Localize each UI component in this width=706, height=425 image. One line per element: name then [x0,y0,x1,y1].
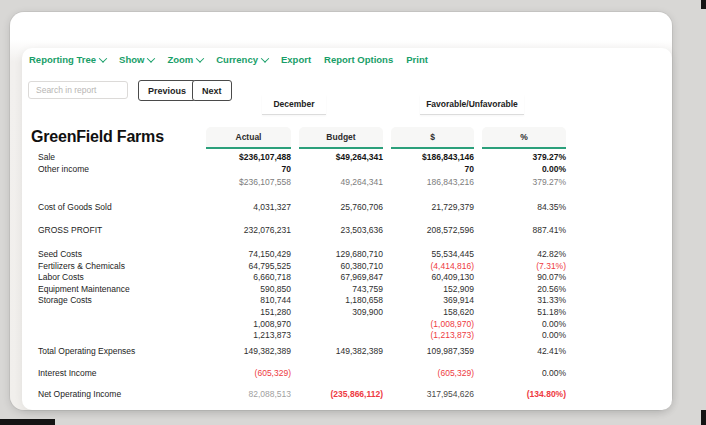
cell-variance-percent: (134.80%) [490,389,574,401]
row-label [38,319,206,331]
cell-variance-percent: 0.00% [490,164,574,176]
cell-variance-dollar: $186,843,146 [399,152,482,164]
table-row: Storage Costs 810,744 1,180,658 369,914 … [22,295,672,307]
cell-variance-percent: 0.00% [490,368,574,380]
cell-actual: 1,213,873 [214,330,299,342]
toolbar-menu-item[interactable]: Print [406,54,428,65]
cell-actual: 151,280 [214,307,299,319]
row-label: Fertilizers & Chemicals [38,261,206,273]
row-label: Labor Costs [38,272,206,284]
cell-budget [307,319,391,331]
row-label: Net Operating Income [38,389,206,401]
cell-actual: 4,031,327 [214,202,299,214]
frame-fragment-bottom-right [701,410,706,425]
table-row: Seed Costs 74,150,429 129,680,710 55,534… [22,249,672,261]
cell-actual: (605,329) [214,368,299,380]
cell-actual: 70 [214,164,299,176]
toolbar-menu-label: Reporting Tree [29,54,96,65]
column-group-favorable-unfavorable: Favorable/Unfavorable [420,95,524,115]
report-card: Reporting Tree Show Zoom Currency [22,48,672,410]
toolbar-menu-item[interactable]: Report Options [324,54,393,65]
cell-budget: 1,180,658 [307,295,391,307]
table-row: Cost of Goods Sold 4,031,327 25,760,706 … [22,202,672,214]
previous-button[interactable]: Previous [138,80,196,101]
toolbar-menu-label: Show [119,54,144,65]
cell-actual: 232,076,231 [214,225,299,237]
cell-actual: $236,107,558 [214,177,299,189]
row-label [38,177,206,189]
toolbar-menu-item[interactable]: Show [119,54,154,65]
cell-budget: 129,680,710 [307,249,391,261]
toolbar-menu-label: Print [406,54,428,65]
cell-actual: 590,850 [214,284,299,296]
toolbar-menu-item[interactable]: Export [281,54,311,65]
row-label [38,307,206,319]
cell-budget: 60,380,710 [307,261,391,273]
cell-variance-dollar: 369,914 [399,295,482,307]
toolbar-menu-label: Report Options [324,54,393,65]
column-header[interactable]: Actual [206,127,291,149]
cell-variance-dollar: 109,987,359 [399,346,482,358]
table-row: 1,008,970 (1,008,970) 0.00% [22,319,672,331]
row-label [38,330,206,342]
cell-variance-percent: 84.35% [490,202,574,214]
search-input[interactable] [28,81,128,99]
cell-budget: 149,382,389 [307,346,391,358]
row-label: Seed Costs [38,249,206,261]
table-row: Sale $236,107,488 $49,264,341 $186,843,1… [22,152,672,164]
cell-actual: $236,107,488 [214,152,299,164]
cell-budget [307,164,391,176]
table-row: Other income 70 70 0.00% [22,164,672,176]
chevron-down-icon [99,54,107,62]
cell-variance-percent: 42.82% [490,249,574,261]
cell-budget: 309,900 [307,307,391,319]
toolbar-menu-item[interactable]: Reporting Tree [29,54,106,65]
cell-actual: 74,150,429 [214,249,299,261]
table-row: Interest Income (605,329) (605,329) 0.00… [22,368,672,380]
cell-budget: 23,503,636 [307,225,391,237]
cell-variance-percent: 51.18% [490,307,574,319]
cell-variance-percent: 0.00% [490,330,574,342]
cell-variance-dollar: 60,409,130 [399,272,482,284]
next-button[interactable]: Next [192,80,232,101]
chevron-down-icon [196,54,204,62]
table-row: 151,280 309,900 158,620 51.18% [22,307,672,319]
cell-variance-dollar: (1,008,970) [399,319,482,331]
cell-variance-dollar: 208,572,596 [399,225,482,237]
row-label: Total Operating Expenses [38,346,206,358]
table-row: Labor Costs 6,660,718 67,969,847 60,409,… [22,272,672,284]
cell-variance-dollar: 158,620 [399,307,482,319]
table-row: Total Operating Expenses 149,382,389 149… [22,346,672,358]
column-header[interactable]: % [482,127,566,149]
frame-fragment-top-right [701,0,706,9]
cell-budget: $49,264,341 [307,152,391,164]
toolbar-menu-label: Zoom [167,54,193,65]
toolbar-menu-item[interactable]: Zoom [167,54,203,65]
toolbar-menu-label: Export [281,54,311,65]
cell-actual: 1,008,970 [214,319,299,331]
cell-budget: (235,866,112) [307,389,391,401]
cell-actual: 810,744 [214,295,299,307]
cell-variance-dollar: (605,329) [399,368,482,380]
cell-variance-percent: 20.56% [490,284,574,296]
cell-budget [307,368,391,380]
toolbar-menu-item[interactable]: Currency [216,54,268,65]
cell-budget: 67,969,847 [307,272,391,284]
table-row: $236,107,558 49,264,341 186,843,216 379.… [22,177,672,189]
app-window: Reporting Tree Show Zoom Currency [10,12,672,410]
cell-variance-dollar: 21,729,379 [399,202,482,214]
cell-variance-percent: 0.00% [490,319,574,331]
cell-actual: 82,088,513 [214,389,299,401]
cell-budget: 25,760,706 [307,202,391,214]
cell-variance-dollar: (1,213,873) [399,330,482,342]
table-row: Net Operating Income 82,088,513 (235,866… [22,389,672,401]
toolbar: Reporting Tree Show Zoom Currency [29,54,428,65]
column-header[interactable]: $ [391,127,474,149]
cell-actual: 64,795,525 [214,261,299,273]
cell-variance-percent: 42.41% [490,346,574,358]
cell-variance-dollar: 70 [399,164,482,176]
row-label: Cost of Goods Sold [38,202,206,214]
column-header[interactable]: Budget [299,127,383,149]
cell-budget: 49,264,341 [307,177,391,189]
column-group-december: December [262,95,326,115]
